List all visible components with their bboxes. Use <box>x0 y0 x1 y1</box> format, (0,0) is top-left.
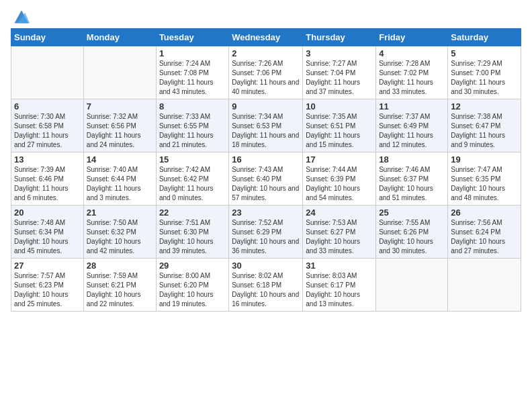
day-info: Sunrise: 7:52 AM Sunset: 6:29 PM Dayligh… <box>232 218 300 256</box>
week-row-5: 27Sunrise: 7:57 AM Sunset: 6:23 PM Dayli… <box>11 259 521 312</box>
weekday-header-monday: Monday <box>83 29 156 46</box>
day-number: 1 <box>159 48 226 58</box>
day-number: 16 <box>232 154 300 165</box>
calendar-cell: 23Sunrise: 7:52 AM Sunset: 6:29 PM Dayli… <box>229 205 303 259</box>
day-number: 27 <box>14 261 81 271</box>
day-info: Sunrise: 7:39 AM Sunset: 6:46 PM Dayligh… <box>14 165 81 203</box>
weekday-header-sunday: Sunday <box>11 29 84 46</box>
day-number: 11 <box>379 101 445 111</box>
day-info: Sunrise: 7:59 AM Sunset: 6:21 PM Dayligh… <box>87 271 153 309</box>
calendar-cell: 4Sunrise: 7:28 AM Sunset: 7:02 PM Daylig… <box>376 46 448 99</box>
calendar-cell: 27Sunrise: 7:57 AM Sunset: 6:23 PM Dayli… <box>11 259 84 312</box>
day-number: 20 <box>14 208 81 218</box>
calendar-cell: 8Sunrise: 7:33 AM Sunset: 6:55 PM Daylig… <box>156 99 228 152</box>
day-number: 25 <box>379 208 445 218</box>
calendar-cell: 19Sunrise: 7:47 AM Sunset: 6:35 PM Dayli… <box>448 152 521 205</box>
day-info: Sunrise: 7:29 AM Sunset: 7:00 PM Dayligh… <box>451 59 518 97</box>
weekday-header-wednesday: Wednesday <box>229 29 303 46</box>
weekday-header-tuesday: Tuesday <box>156 29 228 46</box>
day-number: 15 <box>159 154 226 165</box>
day-number: 23 <box>232 208 300 218</box>
day-info: Sunrise: 7:37 AM Sunset: 6:49 PM Dayligh… <box>379 112 445 150</box>
day-number: 21 <box>87 208 153 218</box>
day-info: Sunrise: 7:32 AM Sunset: 6:56 PM Dayligh… <box>87 112 153 150</box>
calendar-cell: 5Sunrise: 7:29 AM Sunset: 7:00 PM Daylig… <box>448 46 521 99</box>
calendar-cell: 3Sunrise: 7:27 AM Sunset: 7:04 PM Daylig… <box>303 46 376 99</box>
day-number: 9 <box>232 101 300 111</box>
day-info: Sunrise: 7:27 AM Sunset: 7:04 PM Dayligh… <box>306 59 373 97</box>
day-info: Sunrise: 7:42 AM Sunset: 6:42 PM Dayligh… <box>159 165 226 203</box>
weekday-header-row: SundayMondayTuesdayWednesdayThursdayFrid… <box>11 29 521 46</box>
day-number: 2 <box>232 48 300 58</box>
day-number: 4 <box>379 48 445 58</box>
day-info: Sunrise: 7:48 AM Sunset: 6:34 PM Dayligh… <box>14 218 81 256</box>
day-info: Sunrise: 7:51 AM Sunset: 6:30 PM Dayligh… <box>159 218 226 256</box>
calendar-cell: 15Sunrise: 7:42 AM Sunset: 6:42 PM Dayli… <box>156 152 228 205</box>
day-info: Sunrise: 7:33 AM Sunset: 6:55 PM Dayligh… <box>159 112 226 150</box>
calendar-cell: 12Sunrise: 7:38 AM Sunset: 6:47 PM Dayli… <box>448 99 521 152</box>
day-info: Sunrise: 7:56 AM Sunset: 6:24 PM Dayligh… <box>451 218 518 256</box>
day-number: 14 <box>87 154 153 165</box>
day-info: Sunrise: 7:30 AM Sunset: 6:58 PM Dayligh… <box>14 112 81 150</box>
calendar-cell: 30Sunrise: 8:02 AM Sunset: 6:18 PM Dayli… <box>229 259 303 312</box>
logo-icon <box>12 7 31 26</box>
day-number: 8 <box>159 101 226 111</box>
calendar-cell: 24Sunrise: 7:53 AM Sunset: 6:27 PM Dayli… <box>303 205 376 259</box>
day-info: Sunrise: 8:02 AM Sunset: 6:18 PM Dayligh… <box>232 271 300 309</box>
calendar-cell: 9Sunrise: 7:34 AM Sunset: 6:53 PM Daylig… <box>229 99 303 152</box>
weekday-header-thursday: Thursday <box>303 29 376 46</box>
calendar: SundayMondayTuesdayWednesdayThursdayFrid… <box>11 28 521 312</box>
day-info: Sunrise: 7:50 AM Sunset: 6:32 PM Dayligh… <box>87 218 153 256</box>
day-number: 19 <box>451 154 518 165</box>
day-number: 26 <box>451 208 518 218</box>
calendar-cell: 21Sunrise: 7:50 AM Sunset: 6:32 PM Dayli… <box>83 205 156 259</box>
day-number: 24 <box>306 208 373 218</box>
calendar-cell <box>83 46 156 99</box>
page: SundayMondayTuesdayWednesdayThursdayFrid… <box>0 0 532 411</box>
day-info: Sunrise: 7:40 AM Sunset: 6:44 PM Dayligh… <box>87 165 153 203</box>
calendar-cell: 29Sunrise: 8:00 AM Sunset: 6:20 PM Dayli… <box>156 259 228 312</box>
day-info: Sunrise: 8:03 AM Sunset: 6:17 PM Dayligh… <box>306 271 373 309</box>
day-number: 30 <box>232 261 300 271</box>
weekday-header-saturday: Saturday <box>448 29 521 46</box>
calendar-cell <box>11 46 84 99</box>
day-number: 28 <box>87 261 153 271</box>
week-row-2: 6Sunrise: 7:30 AM Sunset: 6:58 PM Daylig… <box>11 99 521 152</box>
calendar-cell: 20Sunrise: 7:48 AM Sunset: 6:34 PM Dayli… <box>11 205 84 259</box>
day-info: Sunrise: 7:38 AM Sunset: 6:47 PM Dayligh… <box>451 112 518 150</box>
logo <box>11 7 31 23</box>
day-number: 13 <box>14 154 81 165</box>
day-info: Sunrise: 7:53 AM Sunset: 6:27 PM Dayligh… <box>306 218 373 256</box>
day-info: Sunrise: 7:57 AM Sunset: 6:23 PM Dayligh… <box>14 271 81 309</box>
day-info: Sunrise: 8:00 AM Sunset: 6:20 PM Dayligh… <box>159 271 226 309</box>
day-number: 10 <box>306 101 373 111</box>
calendar-cell: 22Sunrise: 7:51 AM Sunset: 6:30 PM Dayli… <box>156 205 228 259</box>
day-number: 17 <box>306 154 373 165</box>
day-info: Sunrise: 7:43 AM Sunset: 6:40 PM Dayligh… <box>232 165 300 203</box>
day-number: 29 <box>159 261 226 271</box>
day-info: Sunrise: 7:44 AM Sunset: 6:39 PM Dayligh… <box>306 165 373 203</box>
calendar-cell: 14Sunrise: 7:40 AM Sunset: 6:44 PM Dayli… <box>83 152 156 205</box>
day-number: 3 <box>306 48 373 58</box>
calendar-cell: 16Sunrise: 7:43 AM Sunset: 6:40 PM Dayli… <box>229 152 303 205</box>
day-number: 12 <box>451 101 518 111</box>
day-info: Sunrise: 7:55 AM Sunset: 6:26 PM Dayligh… <box>379 218 445 256</box>
day-number: 7 <box>87 101 153 111</box>
calendar-cell: 28Sunrise: 7:59 AM Sunset: 6:21 PM Dayli… <box>83 259 156 312</box>
day-number: 22 <box>159 208 226 218</box>
calendar-cell: 25Sunrise: 7:55 AM Sunset: 6:26 PM Dayli… <box>376 205 448 259</box>
calendar-cell <box>376 259 448 312</box>
day-info: Sunrise: 7:35 AM Sunset: 6:51 PM Dayligh… <box>306 112 373 150</box>
header <box>11 7 521 23</box>
day-info: Sunrise: 7:34 AM Sunset: 6:53 PM Dayligh… <box>232 112 300 150</box>
day-info: Sunrise: 7:46 AM Sunset: 6:37 PM Dayligh… <box>379 165 445 203</box>
logo-text <box>11 7 31 26</box>
day-info: Sunrise: 7:28 AM Sunset: 7:02 PM Dayligh… <box>379 59 445 97</box>
day-info: Sunrise: 7:24 AM Sunset: 7:08 PM Dayligh… <box>159 59 226 97</box>
calendar-cell: 2Sunrise: 7:26 AM Sunset: 7:06 PM Daylig… <box>229 46 303 99</box>
day-number: 6 <box>14 101 81 111</box>
calendar-cell: 26Sunrise: 7:56 AM Sunset: 6:24 PM Dayli… <box>448 205 521 259</box>
weekday-header-friday: Friday <box>376 29 448 46</box>
calendar-cell: 7Sunrise: 7:32 AM Sunset: 6:56 PM Daylig… <box>83 99 156 152</box>
calendar-cell: 13Sunrise: 7:39 AM Sunset: 6:46 PM Dayli… <box>11 152 84 205</box>
